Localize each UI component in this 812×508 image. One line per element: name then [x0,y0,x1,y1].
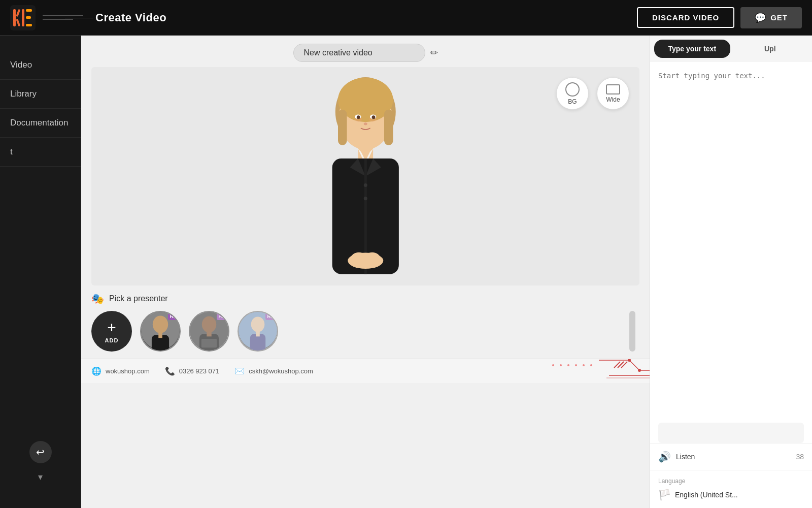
presenter-thumb-3[interactable]: HQ [238,311,278,352]
main-layout: Video Library Documentation t ↩ ▾ ✏ [0,36,812,508]
video-title-bar: ✏ [81,36,650,67]
language-label: Language [658,478,804,485]
svg-point-60 [638,369,641,372]
svg-point-36 [202,316,217,332]
video-title-input[interactable] [293,44,425,62]
hq-badge-1: HQ [168,313,179,320]
bg-button[interactable]: BG [556,77,589,110]
scroll-controls [629,311,635,352]
svg-rect-42 [250,334,265,351]
wide-icon [606,84,620,94]
plus-icon: + [107,319,116,336]
right-panel: Type your text Upl 🔊 Listen 38 Language … [650,36,812,508]
panel-tabs: Type your text Upl [650,36,812,62]
header-line [43,19,73,20]
sidebar-item-documentation[interactable]: Documentation [0,109,81,138]
svg-rect-38 [207,332,212,337]
globe-icon: 🌐 [91,366,101,376]
add-label: ADD [105,337,119,343]
phone-text: 0326 923 071 [179,367,220,375]
script-textarea[interactable] [658,70,804,182]
sidebar-item-library[interactable]: Library [0,80,81,109]
logo-area: Create Video [10,5,166,30]
back-button[interactable]: ↩ [29,441,52,463]
header-line [43,15,83,16]
svg-point-51 [560,364,562,366]
app-header: Create Video DISCARD VIDEO 💬 GET [0,0,812,36]
main-content: ✏ [81,36,650,508]
sidebar-item-video[interactable]: Video [0,51,81,80]
website-text: wokushop.com [106,367,150,375]
language-select[interactable]: 🏳️ English (United St... [658,489,804,501]
wide-button[interactable]: Wide [597,77,629,110]
svg-point-19 [364,122,367,125]
email-icon: ✉️ [234,366,245,376]
header-title: Create Video [95,11,166,24]
bg-label: BG [568,98,577,105]
header-actions: DISCARD VIDEO 💬 GET [637,7,802,28]
decorative-pattern [548,359,650,383]
svg-rect-6 [26,16,31,19]
tab-upload[interactable]: Upl [732,40,808,58]
chevron-down-icon[interactable]: ▾ [38,471,43,483]
svg-line-57 [629,360,639,370]
svg-point-17 [357,115,360,119]
svg-point-52 [567,364,569,366]
svg-point-50 [552,364,554,366]
sidebar-item-other[interactable]: t [0,138,81,167]
svg-point-18 [371,115,375,119]
svg-point-59 [628,359,631,362]
svg-point-30 [364,252,380,265]
edit-icon[interactable]: ✏ [430,47,438,58]
svg-rect-11 [338,110,347,145]
svg-rect-4 [22,9,24,26]
discard-video-button[interactable]: DISCARD VIDEO [637,7,734,28]
phone-item: 📞 0326 923 071 [165,366,220,376]
add-presenter-button[interactable]: + ADD [91,311,132,352]
svg-line-63 [614,362,620,368]
phone-icon: 📞 [165,366,175,376]
website-item: 🌐 wokushop.com [91,366,150,376]
email-text: cskh@wokushop.com [249,367,313,375]
presenter-icon: 🎭 [91,293,104,305]
hq-badge-3: HQ [265,313,277,320]
contact-footer: 🌐 wokushop.com 📞 0326 923 071 ✉️ cskh@wo… [81,359,650,383]
svg-point-27 [364,197,367,200]
presenter-picker: 🎭 Pick a presenter + ADD [81,285,650,359]
presenter-thumb-2[interactable]: HQ [189,311,229,352]
svg-point-55 [590,364,592,366]
svg-rect-34 [158,332,162,338]
presenter-list: + ADD HQ [91,311,639,352]
svg-point-41 [251,316,265,332]
text-area-wrapper [650,62,812,423]
svg-point-26 [364,183,367,187]
panel-block [658,423,804,443]
email-item: ✉️ cskh@wokushop.com [234,366,313,376]
sidebar: Video Library Documentation t ↩ ▾ [0,36,81,508]
svg-point-54 [583,364,585,366]
preview-controls: BG Wide [556,77,629,110]
app-logo [10,5,36,30]
svg-point-53 [575,364,577,366]
presenter-thumb-1[interactable]: HQ [140,311,181,352]
sidebar-bottom: ↩ ▾ [0,431,81,493]
language-value: English (United St... [675,491,738,499]
get-button[interactable]: 💬 GET [740,7,802,28]
speech-bubble-icon: 💬 [755,12,766,23]
back-icon: ↩ [36,446,45,458]
bg-icon [565,82,580,97]
svg-line-64 [618,362,624,368]
video-preview-area: BG Wide [91,67,639,285]
svg-rect-43 [256,332,260,337]
presenter-figure [299,70,432,283]
listen-value: 38 [796,453,804,461]
svg-rect-1 [13,9,16,26]
wide-label: Wide [606,96,620,103]
listen-label: Listen [676,453,695,461]
listen-row: 🔊 Listen 38 [650,443,812,470]
svg-rect-7 [26,24,32,26]
flag-icon: 🏳️ [658,489,671,501]
hq-badge-2: HQ [217,313,228,320]
tab-type-text[interactable]: Type your text [654,40,730,58]
svg-point-32 [153,316,168,333]
